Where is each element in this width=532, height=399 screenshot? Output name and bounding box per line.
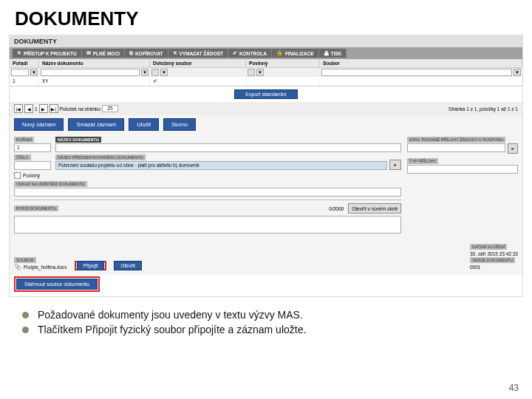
number-field[interactable]: [14, 161, 51, 170]
field-label: VERZE DOKUMENTU: [470, 257, 515, 263]
file-name: Podpis_hotfina.docx: [24, 265, 67, 270]
field-label: DATUM VLOŽENÍ: [470, 244, 507, 250]
toolbar-label: KONTROLA: [239, 51, 267, 56]
toolbar-label: VYMAZAT ŽÁDOST: [180, 51, 223, 56]
col-mandatory[interactable]: Povinný: [246, 59, 320, 67]
filter-icon[interactable]: ▼: [141, 69, 149, 76]
x-icon: ✕: [17, 50, 21, 56]
state-field[interactable]: [407, 143, 505, 152]
bullet-icon: [22, 327, 29, 333]
doc-version: 0001: [470, 264, 518, 270]
bullet-list: Požadované dokumenty jsou uvedeny v text…: [0, 297, 532, 335]
filter-icon[interactable]: ▼: [514, 69, 521, 76]
order-field[interactable]: 1: [14, 143, 51, 152]
app-screenshot: DOKUMENTY ✕PŘÍSTUP K PROJEKTU ✉PLNÉ MOCI…: [9, 35, 523, 297]
toolbar-label: TISK: [331, 51, 342, 56]
insert-date: 30. září 2015 23:42:33: [470, 250, 518, 257]
filter-input[interactable]: [11, 69, 29, 76]
print-icon: 🖶: [324, 51, 329, 56]
new-record-button[interactable]: Nový záznam: [14, 118, 64, 131]
export-button[interactable]: Export standardní: [234, 89, 297, 99]
toolbar-label: PŘÍSTUP K PROJEKTU: [24, 51, 77, 56]
check-icon: ✔: [153, 78, 157, 83]
per-page-select[interactable]: 25: [102, 105, 118, 112]
col-file-attached[interactable]: Doložený soubor: [150, 59, 246, 67]
bullet-item: Požadované dokumenty jsou uvedeny v text…: [22, 309, 510, 321]
open-button[interactable]: Otevřít: [114, 261, 142, 270]
per-page-label: Položek na stránku: [60, 106, 100, 112]
toolbar-label: PLNÉ MOCI: [93, 51, 120, 56]
file-footer: SOUBOR 📎 Podpis_hotfina.docx Připojit Ot…: [10, 239, 522, 275]
filter-icon[interactable]: ▼: [30, 69, 38, 76]
col-name[interactable]: Název dokumentu: [39, 59, 150, 67]
filter-icon[interactable]: ▼: [256, 69, 264, 76]
lookup-button[interactable]: ≡: [508, 143, 518, 154]
page-number: 43: [509, 383, 519, 393]
col-order[interactable]: Pořadí: [10, 59, 39, 67]
char-count: 0/2000: [329, 206, 344, 211]
page-next-button[interactable]: ▶: [39, 104, 48, 113]
toolbar-delegation-button[interactable]: ✉PLNÉ MOCI: [82, 49, 125, 58]
cell-order: 1: [10, 77, 39, 86]
attach-button[interactable]: Připojit: [77, 261, 105, 270]
toolbar-label: FINALIZACE: [285, 51, 314, 56]
toolbar-delete-button[interactable]: ✕VYMAZAT ŽÁDOST: [168, 49, 228, 58]
highlight-attach: Připojit: [75, 261, 107, 270]
predefined-doc-field[interactable]: Potvrzení souladu projektu od obce - pla…: [55, 161, 387, 170]
toolbar-label: KOPÍROVAT: [135, 51, 163, 56]
highlight-download: Stáhnout soubor dokumentu: [14, 276, 100, 292]
filter-checkbox[interactable]: [151, 69, 159, 76]
field-label: NÁZEV PŘEDDEFINOVANÉHO DOKUMENTU: [55, 154, 146, 160]
attachment-type-field[interactable]: [407, 165, 518, 174]
toolbar-print-button[interactable]: 🖶TISK: [319, 49, 347, 58]
cell-mandatory: [246, 77, 320, 86]
field-label: ČÍSLO: [14, 154, 31, 160]
slide-title: DOKUMENTY: [0, 0, 532, 35]
toolbar-copy-button[interactable]: ⧉KOPÍROVAT: [125, 49, 168, 58]
x-icon: ✕: [173, 50, 177, 56]
pager: |◀ ◀ 1 ▶ ▶| Položek na stránku 25 Stránk…: [10, 102, 522, 115]
description-textarea[interactable]: [14, 216, 401, 233]
lookup-button[interactable]: ≡: [389, 160, 401, 170]
doc-name-field[interactable]: [55, 143, 401, 152]
delete-record-button[interactable]: Smazat záznam: [68, 118, 124, 131]
action-bar: Nový záznam Smazat záznam Uložit Storno: [10, 115, 522, 134]
mandatory-checkbox[interactable]: Povinný: [14, 172, 401, 179]
page-last-button[interactable]: ▶|: [50, 104, 58, 113]
open-new-window-button[interactable]: Otevřít v novém okně: [348, 203, 401, 214]
checkbox-label: Povinný: [23, 173, 40, 178]
cell-name: XY: [39, 77, 150, 86]
filter-input[interactable]: [41, 69, 140, 76]
doc-link-field[interactable]: [14, 188, 401, 197]
export-row: Export standardní: [10, 86, 522, 102]
section-heading: DOKUMENTY: [10, 35, 522, 47]
cell-attached: ✔: [150, 77, 246, 86]
filter-row: ▼ ▼ ▼ ▼ ▼: [10, 68, 522, 77]
field-label: POŘADÍ: [14, 137, 34, 143]
field-label: POPIS DOKUMENTU: [14, 205, 58, 211]
cancel-button[interactable]: Storno: [163, 118, 196, 131]
field-label: TYP PŘÍLOHY: [407, 158, 438, 164]
toolbar-access-button[interactable]: ✕PŘÍSTUP K PROJEKTU: [13, 49, 82, 58]
download-button[interactable]: Stáhnout soubor dokumentu: [16, 279, 98, 290]
field-label: SOUBOR: [14, 257, 36, 263]
filter-icon[interactable]: ▼: [160, 69, 168, 76]
field-label: ODKAZ NA UMÍSTĚNÍ DOKUMENTU: [14, 181, 87, 187]
filter-checkbox[interactable]: [248, 69, 255, 76]
checkbox-icon: [14, 172, 21, 179]
bullet-icon: [22, 312, 29, 318]
toolbar-check-button[interactable]: ✔KONTROLA: [228, 49, 272, 58]
field-label: STAV: POVINNÉ PŘÍLOHY ŽÁDOSTI O PODPORU: [407, 137, 505, 143]
table-row[interactable]: 1 XY ✔: [10, 77, 522, 86]
col-file[interactable]: Soubor: [320, 59, 522, 67]
page-first-button[interactable]: |◀: [14, 104, 23, 113]
cell-file: [320, 77, 522, 86]
document-form: POŘADÍ 1 NÁZEV DOKUMENTU ČÍSLO NÁZEV PŘE…: [10, 134, 522, 239]
check-icon: ✔: [233, 50, 237, 56]
filter-input[interactable]: [321, 69, 512, 76]
save-button[interactable]: Uložit: [129, 118, 159, 131]
toolbar-finalize-button[interactable]: 🔒FINALIZACE: [272, 49, 319, 58]
page-prev-button[interactable]: ◀: [24, 104, 33, 113]
lock-icon: 🔒: [276, 50, 283, 56]
copy-icon: ⧉: [129, 50, 133, 56]
